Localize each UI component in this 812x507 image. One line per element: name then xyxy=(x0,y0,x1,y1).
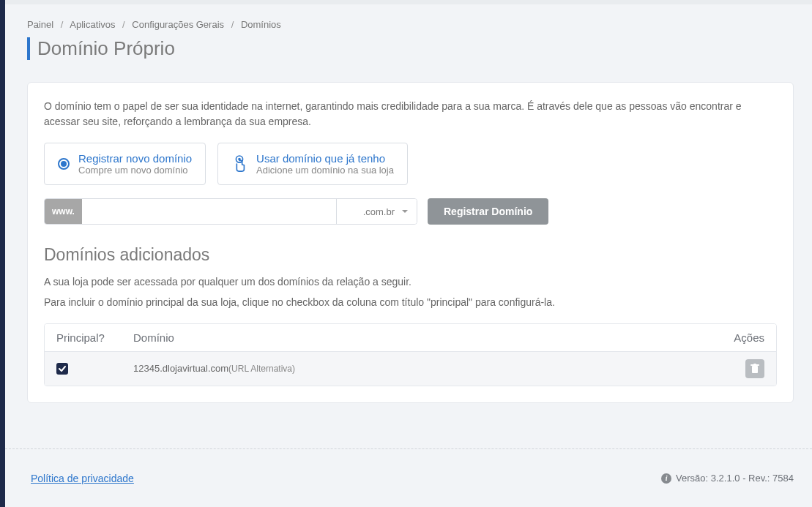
delete-domain-button[interactable] xyxy=(745,359,764,378)
option-row: Registrar novo domínio Compre um novo do… xyxy=(44,143,777,185)
table-header: Principal? Domínio Ações xyxy=(45,324,776,352)
option-texts: Registrar novo domínio Compre um novo do… xyxy=(78,152,192,176)
footer: Política de privacidade i Versão: 3.2.1.… xyxy=(5,448,812,507)
cell-domain: 12345.dlojavirtual.com(URL Alternativa) xyxy=(133,363,706,374)
option-subtitle: Compre um novo domínio xyxy=(78,165,192,176)
breadcrumb: Painel / Aplicativos / Configurações Ger… xyxy=(27,19,794,30)
option-subtitle: Adicione um domínio na sua loja xyxy=(256,165,394,176)
principal-checkbox[interactable] xyxy=(56,363,68,375)
privacy-link[interactable]: Política de privacidade xyxy=(31,473,134,484)
breadcrumb-item-aplicativos[interactable]: Aplicativos xyxy=(70,19,115,30)
version-text: Versão: 3.2.1.0 - Rev.: 7584 xyxy=(676,473,794,484)
svg-rect-4 xyxy=(753,364,756,365)
www-prefix: www. xyxy=(45,199,82,224)
breadcrumb-item-current: Domínios xyxy=(241,19,281,30)
left-sidebar xyxy=(0,0,5,507)
added-domains-p1: A sua loja pode ser acessada por qualque… xyxy=(44,274,777,291)
table-row: 12345.dlojavirtual.com(URL Alternativa) xyxy=(45,352,776,386)
radio-checked-icon xyxy=(58,158,70,170)
breadcrumb-item-painel[interactable]: Painel xyxy=(27,19,53,30)
register-domain-button[interactable]: Registrar Domínio xyxy=(428,198,548,225)
option-use-existing[interactable]: Usar domínio que já tenho Adicione um do… xyxy=(217,143,408,185)
tld-select[interactable]: .com.br xyxy=(336,199,417,224)
version-info: i Versão: 3.2.1.0 - Rev.: 7584 xyxy=(661,473,794,484)
th-actions: Ações xyxy=(706,331,764,344)
breadcrumb-sep: / xyxy=(231,19,234,30)
cell-actions xyxy=(706,359,764,378)
domain-alt-label: (URL Alternativa) xyxy=(228,364,295,374)
domains-table: Principal? Domínio Ações 12345.dlojavirt… xyxy=(44,323,777,386)
added-domains-p2: Para incluir o domínio principal da sua … xyxy=(44,294,777,312)
intro-text: O domínio tem o papel de ser sua identid… xyxy=(44,99,777,129)
domain-value: 12345.dlojavirtual.com xyxy=(133,363,228,374)
th-principal: Principal? xyxy=(56,331,133,344)
option-title: Registrar novo domínio xyxy=(78,152,192,165)
th-domain: Domínio xyxy=(133,331,706,344)
breadcrumb-item-config[interactable]: Configurações Gerais xyxy=(132,19,224,30)
page-title: Domínio Próprio xyxy=(27,37,794,60)
info-icon: i xyxy=(661,473,671,484)
added-domains-title: Domínios adicionados xyxy=(44,245,777,265)
trash-icon xyxy=(750,364,759,374)
main-content: Painel / Aplicativos / Configurações Ger… xyxy=(5,4,812,432)
breadcrumb-sep: / xyxy=(122,19,125,30)
domain-input[interactable] xyxy=(82,199,336,224)
cell-principal xyxy=(56,363,133,375)
option-title: Usar domínio que já tenho xyxy=(256,152,394,165)
domain-input-group: www. .com.br xyxy=(44,198,417,225)
svg-rect-2 xyxy=(752,366,758,373)
option-register-new[interactable]: Registrar novo domínio Compre um novo do… xyxy=(44,143,206,185)
domain-input-row: www. .com.br Registrar Domínio xyxy=(44,198,777,225)
tap-icon xyxy=(231,154,247,173)
domain-card: O domínio tem o papel de ser sua identid… xyxy=(27,82,794,403)
option-texts: Usar domínio que já tenho Adicione um do… xyxy=(256,152,394,176)
breadcrumb-sep: / xyxy=(61,19,64,30)
